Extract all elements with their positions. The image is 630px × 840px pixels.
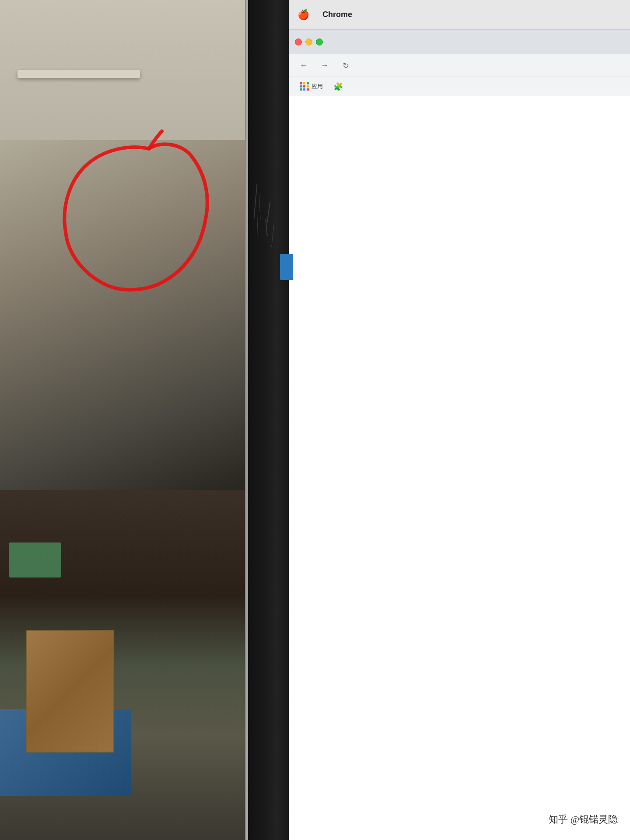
apps-grid-icon xyxy=(300,82,309,91)
extensions-button[interactable]: 🧩 xyxy=(329,80,347,93)
chrome-toolbar: ← → ↻ xyxy=(289,54,630,77)
watermark: 知乎 @锟锘灵隐 xyxy=(545,811,621,828)
maximize-button[interactable] xyxy=(316,38,323,46)
blue-tab-element xyxy=(280,254,293,280)
apple-icon: 🍎 xyxy=(298,9,309,21)
apps-label: 应用 xyxy=(312,83,323,91)
back-button[interactable]: ← xyxy=(296,58,312,74)
cardboard-box xyxy=(26,630,114,752)
reload-button[interactable]: ↻ xyxy=(338,58,354,74)
puzzle-icon: 🧩 xyxy=(333,82,343,91)
shelf xyxy=(18,70,140,78)
chrome-window: ← → ↻ xyxy=(289,30,630,840)
page-content xyxy=(289,96,630,840)
screen-area: 🍎 Chrome ← → ↻ xyxy=(289,0,630,840)
forward-icon: → xyxy=(321,61,329,70)
macos-menubar: 🍎 Chrome xyxy=(289,0,630,30)
minimize-button[interactable] xyxy=(305,38,312,46)
reload-icon: ↻ xyxy=(343,61,349,70)
bookmarks-bar: 应用 🧩 xyxy=(289,77,630,96)
back-icon: ← xyxy=(300,61,308,70)
close-button[interactable] xyxy=(295,38,302,46)
app-menu-label: Chrome xyxy=(322,10,352,19)
background-room xyxy=(0,0,298,840)
traffic-lights xyxy=(295,38,323,46)
forward-button[interactable]: → xyxy=(317,58,332,74)
chrome-titlebar xyxy=(289,30,630,54)
apps-bookmark[interactable]: 应用 xyxy=(296,80,327,93)
green-item xyxy=(9,542,61,578)
